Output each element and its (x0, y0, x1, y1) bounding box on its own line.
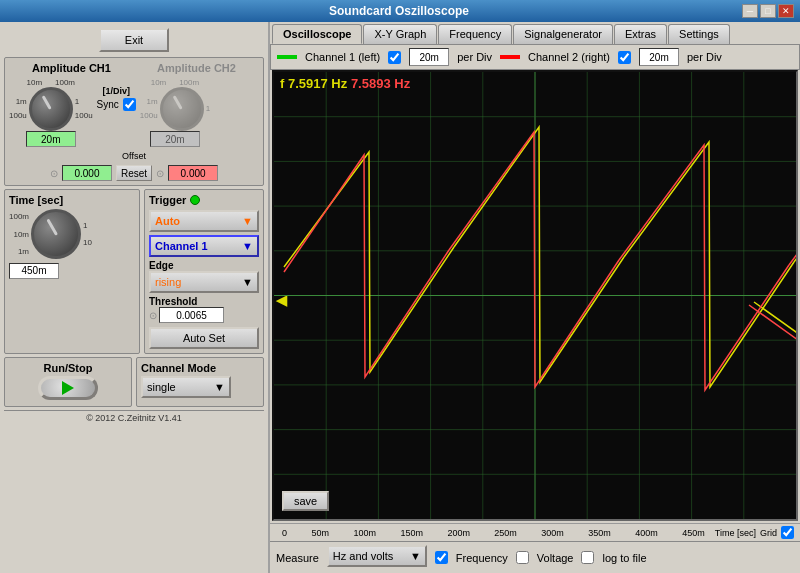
runstop-title: Run/Stop (9, 362, 127, 374)
time-1: 1 (83, 217, 92, 235)
time-panel: Time [sec] 100m 10m 1m 1 10 (4, 189, 140, 354)
offset-ch1-input[interactable] (62, 165, 112, 181)
edge-label: Edge (149, 260, 259, 271)
threshold-label: Threshold (149, 296, 259, 307)
ch2-scale-1m: 1m (140, 95, 158, 109)
oscilloscope-display: f 7.5917 Hz 7.5893 Hz ◀ (272, 70, 798, 521)
ch2-value-input[interactable] (150, 131, 200, 147)
ch1-scale-100u: 100u (9, 109, 27, 123)
log-label: log to file (602, 552, 646, 564)
channel-mode-dropdown[interactable]: single ▼ (141, 376, 231, 398)
ch2-amplitude-knob[interactable] (160, 87, 204, 131)
time-title: Time [sec] (9, 194, 135, 206)
tab-extras[interactable]: Extras (614, 24, 667, 44)
frequency-checkbox[interactable] (435, 551, 448, 564)
exit-button[interactable]: Exit (99, 28, 169, 52)
time-knob[interactable] (31, 209, 81, 259)
ch2-channel-label: Channel 2 (right) (528, 51, 610, 63)
grid-checkbox[interactable] (781, 526, 794, 539)
time-10: 10 (83, 234, 92, 252)
autoset-button[interactable]: Auto Set (149, 327, 259, 349)
tabs-bar: Oscilloscope X-Y Graph Frequency Signalg… (270, 22, 800, 44)
log-to-file-checkbox[interactable] (581, 551, 594, 564)
tick-100m: 100m (353, 528, 376, 538)
tick-0: 0 (282, 528, 287, 538)
freq-val2: 7.5893 (351, 76, 391, 91)
voltage-checkbox[interactable] (516, 551, 529, 564)
ch2-amplitude-label: Amplitude CH2 (157, 62, 236, 74)
ch1-right-100u2: 100u (75, 109, 93, 123)
ch1-enable-checkbox[interactable] (388, 51, 401, 64)
ch1-amplitude-label: Amplitude CH1 (32, 62, 111, 74)
time-10m: 10m (9, 226, 29, 244)
ch1-scale-1m: 1m (9, 95, 27, 109)
measure-bar: Measure Hz and volts ▼ Frequency Voltage… (270, 541, 800, 573)
ch1-amplitude-knob[interactable] (29, 87, 73, 131)
trigger-edge-button[interactable]: rising ▼ (149, 271, 259, 293)
tick-150m: 150m (400, 528, 423, 538)
freq-val1: 7.5917 (288, 76, 328, 91)
left-panel: Exit Amplitude CH1 Amplitude CH2 10m 100… (0, 22, 270, 573)
trigger-title: Trigger (149, 194, 186, 206)
amplitude-header: Amplitude CH1 Amplitude CH2 (9, 62, 259, 74)
tab-oscilloscope[interactable]: Oscilloscope (272, 24, 362, 44)
title-bar: Soundcard Oszilloscope ─ □ ✕ (0, 0, 800, 22)
minimize-button[interactable]: ─ (742, 4, 758, 18)
ch1-per-div-input[interactable] (409, 48, 449, 66)
measure-type-dropdown[interactable]: Hz and volts ▼ (327, 545, 427, 567)
channel-mode-section: Channel Mode single ▼ (136, 357, 264, 407)
ch1-channel-label: Channel 1 (left) (305, 51, 380, 63)
ch2-scale-top: 10m (151, 78, 167, 87)
freq-hz2: Hz (394, 76, 410, 91)
time-100m: 100m (9, 208, 29, 226)
runstop-button[interactable] (38, 376, 98, 400)
time-value-input[interactable] (9, 263, 59, 279)
ch2-per-div-input[interactable] (639, 48, 679, 66)
trigger-channel-button[interactable]: Channel 1 ▼ (149, 235, 259, 257)
reset-button[interactable]: Reset (116, 165, 152, 181)
freq-f-label: f (280, 76, 284, 91)
sync-checkbox[interactable] (123, 98, 136, 111)
ch2-right-1: 1 (206, 102, 210, 116)
trigger-panel: Trigger Auto ▼ Channel 1 ▼ Edge rising ▼ (144, 189, 264, 354)
offset-ch2-input[interactable] (168, 165, 218, 181)
close-button[interactable]: ✕ (778, 4, 794, 18)
window-controls: ─ □ ✕ (742, 4, 794, 18)
ch1-scale-top: 10m (27, 78, 43, 87)
runstop-section: Run/Stop (4, 357, 132, 407)
time-1m: 1m (9, 243, 29, 261)
div-label: [1/Div] (102, 86, 130, 96)
ch2-per-div-unit: per Div (687, 51, 722, 63)
tab-xygraph[interactable]: X-Y Graph (363, 24, 437, 44)
tick-350m: 350m (588, 528, 611, 538)
frequency-label: Frequency (456, 552, 508, 564)
offset-inputs-row: ⊙ Reset ⊙ (9, 165, 259, 181)
tick-50m: 50m (311, 528, 329, 538)
channel-mode-title: Channel Mode (141, 362, 259, 374)
ch1-value-input[interactable] (26, 131, 76, 147)
trigger-header: Trigger (149, 194, 259, 206)
tab-settings[interactable]: Settings (668, 24, 730, 44)
time-label-row: Time [sec] Grid (715, 526, 794, 539)
tab-frequency[interactable]: Frequency (438, 24, 512, 44)
sync-row: Sync (97, 98, 136, 111)
voltage-label: Voltage (537, 552, 574, 564)
trigger-auto-button[interactable]: Auto ▼ (149, 210, 259, 232)
offset-label: Offset (122, 151, 146, 161)
threshold-value-input[interactable] (159, 307, 224, 323)
channel-bar: Channel 1 (left) per Div Channel 2 (righ… (270, 44, 800, 70)
ch1-color-indicator (277, 55, 297, 59)
ch2-enable-checkbox[interactable] (618, 51, 631, 64)
grid-svg (274, 72, 796, 519)
tick-300m: 300m (541, 528, 564, 538)
maximize-button[interactable]: □ (760, 4, 776, 18)
save-button[interactable]: save (282, 491, 329, 511)
app-title: Soundcard Oszilloscope (56, 4, 742, 18)
tab-signalgenerator[interactable]: Signalgenerator (513, 24, 613, 44)
runstop-mode-row: Run/Stop Channel Mode single ▼ (4, 357, 264, 407)
amplitude-section: Amplitude CH1 Amplitude CH2 10m 100m 1m … (4, 57, 264, 186)
ch1-right-top: 100m (55, 78, 75, 87)
time-axis-labels: 0 50m 100m 150m 200m 250m 300m 350m 400m… (272, 528, 715, 538)
trigger-led (190, 195, 200, 205)
main-layout: Exit Amplitude CH1 Amplitude CH2 10m 100… (0, 22, 800, 573)
